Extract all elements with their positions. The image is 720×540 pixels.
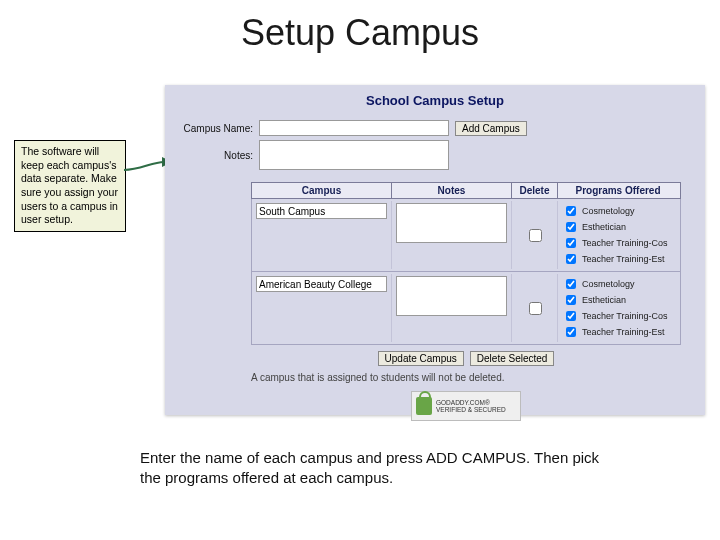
table-row: Cosmetology Esthetician Teacher Training… <box>251 272 681 345</box>
add-campus-button[interactable]: Add Campus <box>455 121 527 136</box>
program-checkbox[interactable] <box>566 206 576 216</box>
program-checkbox[interactable] <box>566 254 576 264</box>
seal-line2: VERIFIED & SECURED <box>436 406 506 413</box>
callout-box: The software will keep each campus's dat… <box>14 140 126 232</box>
button-bar: Update Campus Delete Selected <box>251 351 681 366</box>
program-checkbox[interactable] <box>566 222 576 232</box>
program-label: Esthetician <box>582 294 626 306</box>
campus-table: Campus Notes Delete Programs Offered Cos… <box>251 182 681 345</box>
program-label: Teacher Training-Est <box>582 253 665 265</box>
seal-line1: GODADDY.COM® <box>436 399 506 406</box>
instructions: Enter the name of each campus and press … <box>140 448 610 489</box>
campus-cell-input[interactable] <box>256 276 387 292</box>
lock-icon <box>416 397 432 415</box>
notes-cell-textarea[interactable] <box>396 276 507 316</box>
delete-selected-button[interactable]: Delete Selected <box>470 351 555 366</box>
program-label: Teacher Training-Cos <box>582 310 668 322</box>
th-campus: Campus <box>252 183 392 198</box>
campus-name-row: Campus Name: Add Campus <box>165 120 705 140</box>
program-label: Teacher Training-Est <box>582 326 665 338</box>
notes-label: Notes: <box>173 150 253 161</box>
page-title: Setup Campus <box>0 12 720 54</box>
program-checkbox[interactable] <box>566 327 576 337</box>
security-seal-wrap: GODADDY.COM® VERIFIED & SECURED <box>251 391 681 421</box>
campus-setup-panel: School Campus Setup Campus Name: Add Cam… <box>165 85 705 415</box>
th-programs: Programs Offered <box>558 183 678 198</box>
program-label: Cosmetology <box>582 278 635 290</box>
program-label: Esthetician <box>582 221 626 233</box>
delete-checkbox[interactable] <box>529 302 542 315</box>
campus-name-input[interactable] <box>259 120 449 136</box>
panel-heading: School Campus Setup <box>165 85 705 120</box>
seal-text: GODADDY.COM® VERIFIED & SECURED <box>436 399 506 413</box>
campus-cell-input[interactable] <box>256 203 387 219</box>
notes-textarea[interactable] <box>259 140 449 170</box>
program-checkbox[interactable] <box>566 295 576 305</box>
table-row: Cosmetology Esthetician Teacher Training… <box>251 199 681 272</box>
th-delete: Delete <box>512 183 558 198</box>
update-campus-button[interactable]: Update Campus <box>378 351 464 366</box>
program-checkbox[interactable] <box>566 311 576 321</box>
program-label: Cosmetology <box>582 205 635 217</box>
table-header: Campus Notes Delete Programs Offered <box>251 182 681 199</box>
program-checkbox[interactable] <box>566 238 576 248</box>
program-checkbox[interactable] <box>566 279 576 289</box>
security-seal: GODADDY.COM® VERIFIED & SECURED <box>411 391 521 421</box>
notes-row: Notes: <box>165 140 705 174</box>
delete-disclaimer: A campus that is assigned to students wi… <box>251 372 681 383</box>
program-label: Teacher Training-Cos <box>582 237 668 249</box>
notes-cell-textarea[interactable] <box>396 203 507 243</box>
campus-name-label: Campus Name: <box>173 123 253 134</box>
delete-checkbox[interactable] <box>529 229 542 242</box>
th-notes: Notes <box>392 183 512 198</box>
